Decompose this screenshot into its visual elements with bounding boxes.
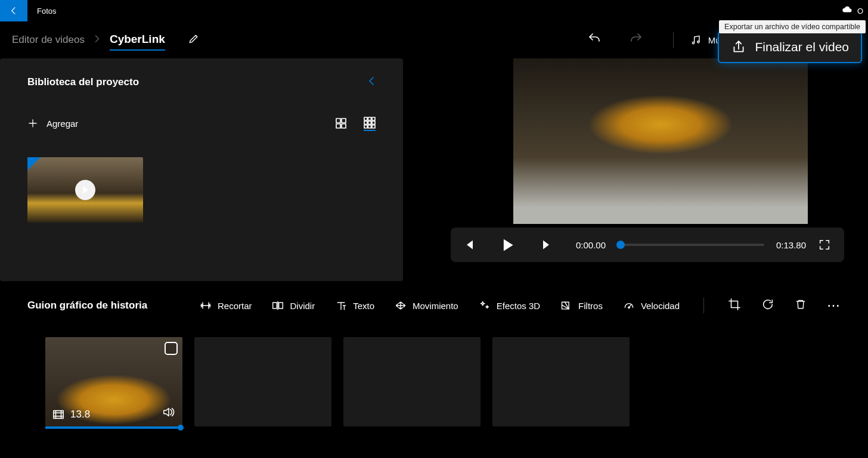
step-back-icon — [464, 239, 476, 251]
undo-redo-group — [587, 32, 643, 48]
split-icon — [272, 300, 284, 311]
total-time: 0:13.80 — [776, 240, 806, 250]
storyboard-title: Guion gráfico de historia — [27, 300, 147, 311]
text-label: Texto — [353, 301, 374, 311]
title-bar: Fotos O — [0, 0, 868, 21]
finalize-label: Finalizar el video — [755, 40, 849, 54]
trim-label: Recortar — [218, 301, 252, 311]
export-icon — [731, 39, 746, 55]
breadcrumb-root[interactable]: Editor de videos — [12, 34, 85, 46]
grid-large-button[interactable] — [335, 117, 347, 129]
storyboard-slot-empty[interactable] — [194, 337, 331, 426]
main-content-row: Biblioteca del proyecto Agregar — [0, 58, 868, 281]
rotate-button[interactable] — [761, 298, 774, 313]
storyboard-slot-empty[interactable] — [492, 337, 630, 426]
seek-thumb[interactable] — [616, 241, 625, 249]
frame-back-button[interactable] — [464, 239, 476, 251]
svg-rect-12 — [368, 125, 371, 128]
clip-select-checkbox[interactable] — [165, 342, 178, 355]
cloud-status-text: O — [857, 7, 863, 15]
svg-rect-11 — [364, 125, 367, 128]
delete-button[interactable] — [795, 298, 807, 313]
finalize-tooltip: Exportar un archivo de vídeo compartible — [719, 20, 866, 33]
text-button[interactable]: Texto — [335, 300, 374, 311]
library-title: Biblioteca del proyecto — [27, 76, 139, 88]
breadcrumb: Editor de videos CyberLink — [12, 29, 200, 51]
crop-button[interactable] — [728, 298, 741, 313]
svg-rect-3 — [336, 124, 340, 128]
chevron-left-icon — [367, 76, 376, 86]
svg-rect-8 — [364, 121, 367, 124]
crop-icon — [728, 298, 741, 311]
trim-button[interactable]: Recortar — [200, 300, 252, 311]
play-icon — [502, 238, 514, 252]
speaker-icon — [162, 406, 175, 418]
preview-panel: 0:00.00 0:13.80 — [403, 58, 868, 281]
filters-label: Filtros — [578, 301, 603, 311]
svg-rect-7 — [372, 117, 375, 120]
split-label: Dividir — [290, 301, 315, 311]
fullscreen-button[interactable] — [818, 238, 831, 251]
add-label: Agregar — [46, 119, 78, 129]
grid-small-button[interactable] — [364, 119, 376, 131]
svg-rect-13 — [372, 125, 375, 128]
storyboard-clips: 13.8 — [27, 337, 841, 426]
redo-button — [629, 32, 643, 48]
undo-button[interactable] — [587, 32, 602, 48]
collapse-library-button[interactable] — [367, 76, 376, 88]
fullscreen-icon — [818, 238, 831, 251]
clip-audio-icon[interactable] — [162, 406, 175, 420]
chevron-right-icon — [94, 35, 100, 45]
svg-rect-1 — [336, 119, 340, 123]
sparkle-icon — [479, 300, 491, 311]
svg-rect-15 — [279, 303, 283, 309]
pencil-icon — [188, 33, 200, 45]
play-button[interactable] — [502, 239, 514, 251]
cloud-icon — [842, 5, 852, 16]
storyboard-divider — [703, 298, 704, 313]
storyboard-more-button[interactable]: ⋯ — [827, 298, 841, 313]
motion-icon — [395, 300, 407, 311]
speed-icon — [623, 300, 635, 311]
split-button[interactable]: Dividir — [272, 300, 315, 311]
storyboard-header-row: Guion gráfico de historia Recortar Divid… — [27, 298, 841, 313]
play-badge-icon — [75, 180, 95, 200]
clip-duration: 13.8 — [70, 409, 90, 420]
back-button[interactable] — [0, 0, 27, 21]
grid-3x3-icon — [364, 117, 376, 129]
storyboard-clip[interactable]: 13.8 — [45, 337, 182, 426]
frame-forward-button[interactable] — [540, 239, 552, 251]
player-controls-bar: 0:00.00 0:13.80 — [451, 228, 844, 262]
motion-label: Movimiento — [413, 301, 458, 311]
undo-icon — [587, 32, 602, 46]
svg-rect-5 — [364, 117, 367, 120]
filters-button[interactable]: Filtros — [560, 300, 603, 311]
grid-2x2-icon — [335, 117, 347, 129]
speed-label: Velocidad — [641, 301, 680, 311]
library-controls: Agregar — [27, 116, 376, 131]
current-time: 0:00.00 — [576, 240, 606, 250]
trim-icon — [200, 300, 212, 311]
clip-info: 13.8 — [52, 409, 90, 420]
svg-rect-4 — [342, 124, 346, 128]
finalize-video-button[interactable]: Finalizar el video — [718, 31, 862, 63]
svg-rect-2 — [342, 119, 346, 123]
svg-rect-9 — [368, 121, 371, 124]
svg-rect-14 — [273, 303, 277, 309]
storyboard-slot-empty[interactable] — [343, 337, 480, 426]
clip-progress-bar[interactable] — [45, 426, 182, 429]
rotate-icon — [761, 298, 774, 311]
library-clip-thumbnail[interactable] — [27, 157, 143, 223]
rename-button[interactable] — [188, 33, 200, 47]
redo-icon — [629, 32, 643, 46]
motion-button[interactable]: Movimiento — [395, 300, 458, 311]
video-preview[interactable] — [513, 58, 808, 224]
effects-3d-button[interactable]: Efectos 3D — [479, 300, 540, 311]
filters-icon — [560, 300, 572, 311]
breadcrumb-current[interactable]: CyberLink — [110, 33, 165, 51]
seek-slider[interactable] — [618, 244, 764, 246]
speed-button[interactable]: Velocidad — [623, 300, 680, 311]
filmstrip-icon — [52, 409, 64, 420]
add-media-button[interactable]: Agregar — [27, 118, 78, 129]
storyboard-section: Guion gráfico de historia Recortar Divid… — [0, 298, 868, 426]
